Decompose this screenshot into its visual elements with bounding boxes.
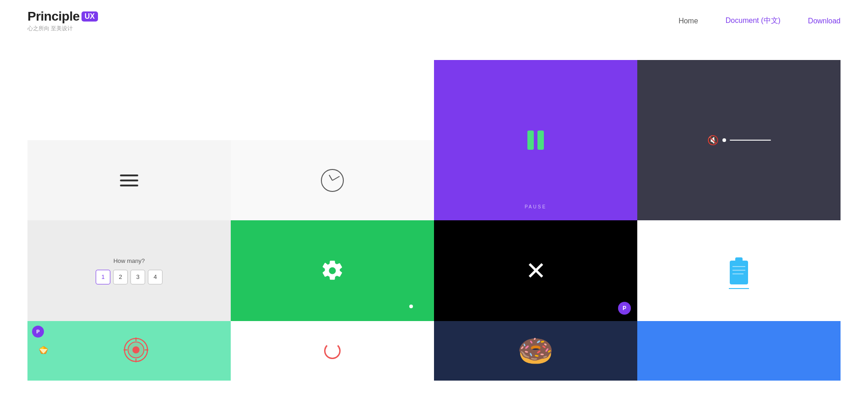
clipboard-clip (735, 257, 743, 261)
x-icon: ✕ (526, 258, 546, 283)
volume-line (730, 140, 771, 141)
clipboard-icon (730, 257, 748, 284)
gallery-grid: PAUSE 🔇 (27, 60, 841, 381)
card-mint[interactable]: P (27, 321, 231, 381)
card-blue[interactable] (637, 321, 841, 381)
hamburger-line-3 (120, 185, 138, 186)
howmany-buttons[interactable]: 1 2 3 4 (96, 270, 163, 284)
pause-icon (527, 131, 544, 150)
logo-text: Principle UX (27, 9, 98, 24)
svg-point-6 (132, 346, 139, 353)
sketch-icon (38, 345, 49, 356)
pause-label: PAUSE (525, 204, 547, 209)
logo-principle-text: Principle (27, 9, 80, 24)
donut-icon: 🍩 (517, 336, 554, 365)
volume-control: 🔇 (707, 135, 771, 146)
nav-home[interactable]: Home (678, 17, 698, 25)
volume-icon-area: 🔇 (707, 135, 719, 146)
card-how-many[interactable]: How many? 1 2 3 4 (27, 220, 231, 321)
mint-badge: P (32, 326, 44, 338)
card-white-r4[interactable] (231, 321, 434, 381)
clipboard-underline (729, 288, 749, 289)
mint-p: P (36, 329, 39, 334)
howmany-btn-1[interactable]: 1 (96, 270, 110, 284)
green-dot (409, 305, 413, 308)
card-purple-pause[interactable]: PAUSE (434, 60, 637, 220)
spinner-icon (324, 343, 341, 359)
clock-icon (321, 169, 344, 192)
target-icon (123, 337, 149, 365)
badge-p: P (623, 305, 626, 311)
main-nav: Home Document (中文) Download (678, 16, 841, 26)
card-hamburger[interactable] (27, 140, 231, 220)
empty-top-2 (231, 60, 434, 140)
clipboard-body (730, 261, 748, 284)
hamburger-icon (120, 174, 138, 186)
empty-top-1 (27, 60, 231, 140)
logo-subtitle: 心之所向 至美设计 (27, 25, 98, 33)
howmany-btn-4[interactable]: 4 (148, 270, 163, 284)
volume-dot (722, 138, 726, 142)
logo-area: Principle UX 心之所向 至美设计 (27, 9, 98, 33)
card-volume[interactable]: 🔇 (637, 60, 841, 220)
card-clipboard[interactable] (637, 220, 841, 321)
card-clock[interactable] (231, 140, 434, 220)
howmany-btn-2[interactable]: 2 (113, 270, 128, 284)
main-content: PAUSE 🔇 (0, 42, 868, 390)
howmany-label: How many? (114, 257, 145, 264)
speaker-icon: 🔇 (707, 135, 719, 146)
hamburger-line-2 (120, 180, 138, 181)
gear-icon (320, 259, 344, 283)
card-navy-donut[interactable]: 🍩 (434, 321, 637, 381)
card-green-settings[interactable] (231, 220, 434, 321)
nav-download[interactable]: Download (808, 17, 841, 25)
hamburger-line-1 (120, 174, 138, 176)
card-badge: P (618, 302, 631, 315)
nav-document[interactable]: Document (中文) (726, 16, 781, 26)
clock-minute-hand (332, 176, 340, 181)
logo-ux-badge: UX (81, 11, 98, 22)
howmany-btn-3[interactable]: 3 (130, 270, 145, 284)
site-header: Principle UX 心之所向 至美设计 Home Document (中文… (0, 0, 868, 42)
card-black-x[interactable]: ✕ P (434, 220, 637, 321)
howmany-content: How many? 1 2 3 4 (96, 257, 163, 284)
